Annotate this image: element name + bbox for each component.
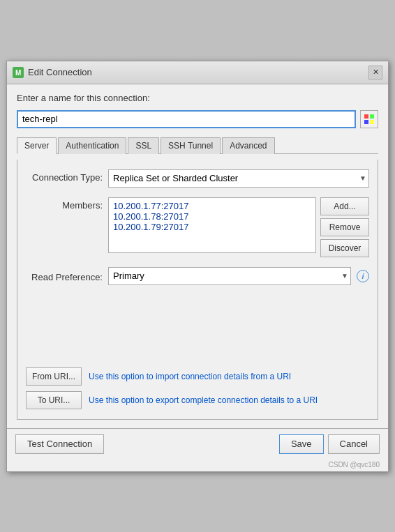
tab-content-server: Connection Type: Standalone Replica Set … [17, 160, 378, 420]
read-preference-label: Read Preference: [26, 269, 103, 282]
svg-rect-5 [370, 120, 374, 124]
connection-type-control: Standalone Replica Set or Sharded Cluste… [108, 169, 369, 188]
members-textarea[interactable]: 10.200.1.77:27017 10.200.1.78:27017 10.2… [108, 197, 316, 253]
uri-section: From URI... Use this option to import co… [26, 360, 369, 409]
discover-button[interactable]: Discover [320, 239, 369, 257]
tabs-bar: Server Authentication SSL SSH Tunnel Adv… [17, 137, 378, 154]
connection-name-input[interactable] [17, 110, 356, 128]
tab-advanced[interactable]: Advanced [222, 137, 274, 154]
add-member-button[interactable]: Add... [320, 197, 369, 215]
tab-server[interactable]: Server [17, 137, 57, 154]
dialog-footer: Test Connection Save Cancel [7, 428, 388, 459]
connection-type-select-wrapper: Standalone Replica Set or Sharded Cluste… [108, 169, 369, 188]
spacer [26, 295, 369, 351]
tab-authentication[interactable]: Authentication [58, 137, 126, 154]
to-uri-description: Use this option to export complete conne… [89, 395, 318, 405]
members-label: Members: [26, 197, 103, 211]
footer-right: Save Cancel [279, 434, 380, 454]
to-uri-button[interactable]: To URI... [26, 391, 82, 409]
color-picker-button[interactable] [360, 110, 378, 128]
read-preference-info-icon[interactable]: i [357, 270, 369, 282]
close-button[interactable]: ✕ [368, 66, 382, 79]
svg-text:M: M [15, 69, 21, 77]
read-preference-select[interactable]: Primary Primary Preferred Secondary Seco… [108, 267, 351, 285]
tab-ssl[interactable]: SSL [128, 137, 159, 154]
from-uri-description: Use this option to import connection det… [89, 372, 291, 381]
remove-member-button[interactable]: Remove [320, 218, 369, 236]
connection-type-label: Connection Type: [26, 169, 103, 183]
from-uri-button[interactable]: From URI... [26, 367, 82, 386]
svg-rect-3 [370, 114, 374, 119]
name-label: Enter a name for this connection: [17, 93, 378, 103]
cancel-button[interactable]: Cancel [328, 434, 380, 454]
watermark: CSDN @qvc180 [7, 459, 388, 471]
dialog-body: Enter a name for this connection: Server… [7, 84, 388, 428]
svg-rect-2 [364, 114, 368, 119]
app-icon: M [13, 67, 24, 78]
members-row: Members: 10.200.1.77:27017 10.200.1.78:2… [26, 197, 369, 257]
test-connection-button[interactable]: Test Connection [15, 434, 104, 454]
save-button[interactable]: Save [279, 434, 324, 454]
members-buttons: Add... Remove Discover [320, 197, 369, 257]
tab-ssh-tunnel[interactable]: SSH Tunnel [161, 137, 221, 154]
title-bar-left: M Edit Connection [13, 67, 92, 78]
connection-type-select[interactable]: Standalone Replica Set or Sharded Cluste… [108, 169, 369, 188]
from-uri-row: From URI... Use this option to import co… [26, 367, 369, 386]
members-area: 10.200.1.77:27017 10.200.1.78:27017 10.2… [108, 197, 369, 257]
connection-type-row: Connection Type: Standalone Replica Set … [26, 169, 369, 188]
read-preference-row: Read Preference: Primary Primary Preferr… [26, 267, 369, 285]
read-preference-control: Primary Primary Preferred Secondary Seco… [108, 267, 351, 285]
name-row [17, 110, 378, 128]
to-uri-row: To URI... Use this option to export comp… [26, 391, 369, 409]
svg-rect-4 [364, 120, 368, 124]
dialog-title: Edit Connection [28, 67, 92, 77]
read-preference-select-wrapper: Primary Primary Preferred Secondary Seco… [108, 267, 351, 285]
title-bar: M Edit Connection ✕ [7, 61, 388, 84]
edit-connection-dialog: M Edit Connection ✕ Enter a name for thi… [6, 61, 389, 472]
